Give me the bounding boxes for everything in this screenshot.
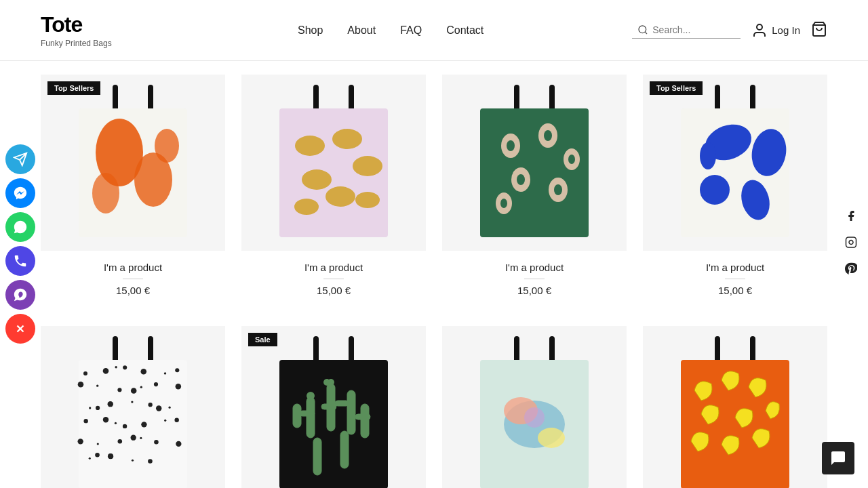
product-image [643, 326, 827, 488]
product-card[interactable]: Sale I'm a product 15,00 € [241, 326, 426, 488]
product-card[interactable]: I'm a product 15,00 € [442, 326, 627, 488]
product-name: I'm a product [241, 262, 426, 273]
svg-point-101 [307, 392, 315, 400]
svg-point-15 [332, 129, 362, 149]
svg-rect-112 [750, 336, 755, 363]
svg-point-77 [118, 439, 123, 444]
site-subtitle: Funky Printed Bags [41, 39, 149, 48]
svg-point-35 [500, 199, 507, 208]
cart-icon [811, 21, 827, 37]
svg-rect-23 [480, 108, 589, 237]
nav-about[interactable]: About [347, 24, 376, 37]
pinterest-icon[interactable] [845, 263, 857, 279]
svg-rect-5 [148, 85, 153, 112]
product-card[interactable]: I'm a product 15,00 € [442, 75, 627, 310]
svg-point-33 [517, 174, 525, 185]
svg-point-50 [123, 365, 127, 369]
svg-rect-99 [313, 438, 321, 475]
whatsapp-button[interactable] [5, 212, 35, 242]
cart-button[interactable] [811, 21, 827, 40]
product-image [41, 75, 225, 251]
header-right: Log In [632, 21, 827, 40]
svg-rect-12 [349, 85, 354, 112]
login-button[interactable]: Log In [751, 22, 800, 39]
product-card[interactable]: Top Sellers I'm a product 15,00 € [643, 75, 827, 310]
svg-point-48 [103, 368, 109, 374]
svg-point-10 [155, 129, 179, 163]
product-divider [725, 279, 745, 279]
svg-point-82 [89, 458, 91, 460]
svg-point-84 [108, 453, 113, 459]
product-image [643, 75, 827, 251]
instagram-icon[interactable] [845, 237, 857, 252]
svg-point-55 [96, 385, 98, 387]
product-price: 15,00 € [41, 285, 225, 296]
chat-button[interactable] [822, 442, 854, 474]
product-name: I'm a product [442, 262, 627, 273]
main-nav: Shop About FAQ Contact [298, 24, 484, 37]
svg-point-41 [700, 175, 730, 205]
svg-point-31 [544, 130, 552, 141]
svg-point-51 [140, 369, 146, 375]
svg-point-54 [78, 382, 84, 388]
nav-shop[interactable]: Shop [298, 24, 323, 37]
product-price: 15,00 € [241, 285, 426, 296]
nav-contact[interactable]: Contact [446, 24, 484, 37]
svg-point-60 [176, 384, 181, 389]
svg-rect-116 [846, 237, 856, 247]
search-icon [637, 24, 648, 35]
search-box[interactable] [632, 22, 741, 39]
svg-rect-11 [313, 85, 319, 112]
svg-point-14 [295, 136, 325, 156]
svg-point-63 [108, 401, 113, 407]
svg-point-78 [131, 435, 136, 441]
nav-faq[interactable]: FAQ [400, 24, 422, 37]
svg-point-66 [156, 405, 161, 411]
product-card[interactable]: I'm a product 15,00 € [41, 326, 225, 488]
svg-rect-91 [300, 411, 315, 416]
logo-area: Tote Funky Printed Bags [41, 12, 149, 48]
svg-point-18 [326, 186, 355, 207]
svg-rect-37 [750, 85, 755, 112]
svg-rect-97 [361, 404, 369, 438]
product-image [442, 75, 627, 251]
svg-point-70 [115, 422, 117, 424]
svg-point-76 [97, 443, 99, 445]
svg-point-9 [92, 173, 119, 214]
svg-point-73 [164, 420, 166, 422]
svg-point-34 [554, 184, 562, 195]
svg-rect-36 [715, 85, 720, 112]
svg-point-53 [175, 368, 179, 372]
svg-point-17 [302, 169, 332, 190]
svg-rect-21 [514, 85, 519, 112]
product-image [241, 326, 426, 488]
product-grid: Top Sellers I'm a product 15,00 € I'm a … [41, 75, 827, 488]
svg-rect-4 [113, 85, 118, 112]
svg-rect-96 [347, 390, 355, 434]
product-card[interactable]: I'm a product 15,00 € [241, 75, 426, 310]
product-badge: Top Sellers [47, 81, 100, 95]
chat-icon [830, 450, 846, 466]
viber-button[interactable] [5, 280, 35, 310]
search-input[interactable] [652, 24, 734, 35]
svg-point-30 [507, 140, 515, 151]
product-badge: Top Sellers [650, 81, 703, 95]
messenger-button[interactable] [5, 178, 35, 208]
product-divider [323, 279, 344, 279]
phone-button[interactable] [5, 246, 35, 276]
svg-point-52 [164, 372, 166, 374]
svg-rect-94 [321, 404, 336, 409]
product-card[interactable]: Top Sellers I'm a product 15,00 € [41, 75, 225, 310]
svg-point-81 [176, 441, 181, 447]
svg-rect-98 [355, 414, 370, 420]
product-price: 15,00 € [442, 285, 627, 296]
svg-point-85 [132, 460, 134, 462]
telegram-button[interactable] [5, 144, 35, 174]
product-card[interactable]: I'm a product 15,00 € [643, 326, 827, 488]
svg-point-56 [117, 388, 121, 392]
svg-point-59 [154, 382, 158, 386]
facebook-icon[interactable] [845, 210, 857, 226]
svg-point-32 [568, 155, 575, 164]
close-social-button[interactable] [5, 314, 35, 344]
product-price: 15,00 € [643, 285, 827, 296]
